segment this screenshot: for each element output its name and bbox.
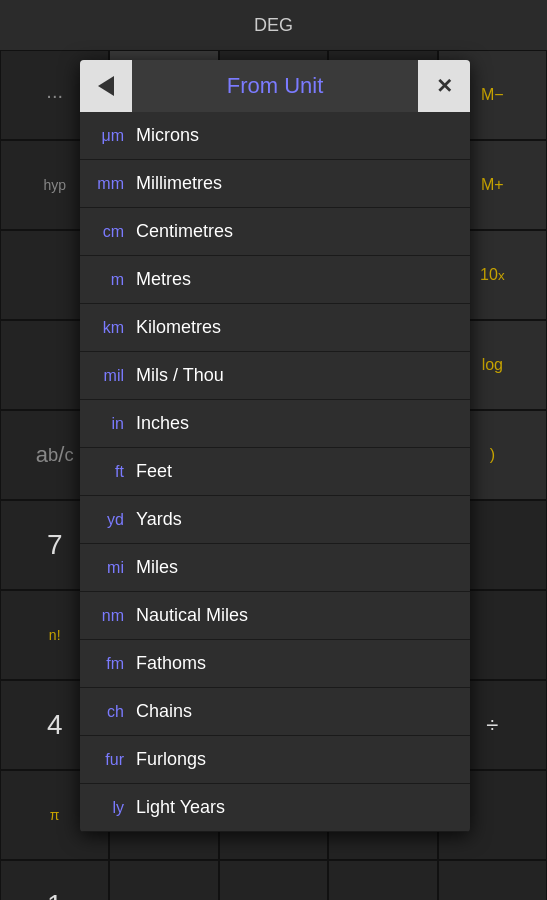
modal-title: From Unit [132,73,418,99]
unit-abbreviation: μm [88,127,136,145]
unit-name: Microns [136,125,199,146]
unit-name: Mils / Thou [136,365,224,386]
unit-name: Yards [136,509,182,530]
unit-list-item[interactable]: milMils / Thou [80,352,470,400]
unit-abbreviation: mi [88,559,136,577]
unit-abbreviation: cm [88,223,136,241]
unit-name: Inches [136,413,189,434]
unit-list-item[interactable]: chChains [80,688,470,736]
unit-abbreviation: fur [88,751,136,769]
bg-cell [219,860,328,900]
deg-bar: DEG [0,0,547,50]
unit-name: Chains [136,701,192,722]
bg-cell: — [438,860,547,900]
unit-abbreviation: mil [88,367,136,385]
unit-name: Metres [136,269,191,290]
unit-list-item[interactable]: ydYards [80,496,470,544]
unit-list: μmMicronsmmMillimetrescmCentimetresmMetr… [80,112,470,832]
unit-list-item[interactable]: kmKilometres [80,304,470,352]
unit-list-item[interactable]: inInches [80,400,470,448]
bg-cell [328,860,437,900]
unit-abbreviation: m [88,271,136,289]
unit-abbreviation: km [88,319,136,337]
bg-cell [109,860,218,900]
unit-abbreviation: ch [88,703,136,721]
unit-list-item[interactable]: cmCentimetres [80,208,470,256]
unit-list-item[interactable]: μmMicrons [80,112,470,160]
unit-name: Furlongs [136,749,206,770]
unit-name: Millimetres [136,173,222,194]
unit-name: Light Years [136,797,225,818]
unit-abbreviation: nm [88,607,136,625]
unit-abbreviation: mm [88,175,136,193]
unit-name: Fathoms [136,653,206,674]
unit-list-item[interactable]: fmFathoms [80,640,470,688]
unit-name: Feet [136,461,172,482]
unit-list-item[interactable]: furFurlongs [80,736,470,784]
unit-list-item[interactable]: lyLight Years [80,784,470,832]
deg-label: DEG [254,15,293,36]
unit-abbreviation: yd [88,511,136,529]
from-unit-modal: From Unit ✕ μmMicronsmmMillimetrescmCent… [80,60,470,832]
unit-name: Centimetres [136,221,233,242]
unit-list-item[interactable]: miMiles [80,544,470,592]
unit-abbreviation: ly [88,799,136,817]
unit-list-item[interactable]: nmNautical Miles [80,592,470,640]
unit-list-item[interactable]: ftFeet [80,448,470,496]
close-button[interactable]: ✕ [418,60,470,112]
back-arrow-icon [98,76,114,96]
unit-name: Nautical Miles [136,605,248,626]
unit-list-item[interactable]: mMetres [80,256,470,304]
unit-abbreviation: ft [88,463,136,481]
unit-abbreviation: fm [88,655,136,673]
modal-header: From Unit ✕ [80,60,470,112]
unit-list-item[interactable]: mmMillimetres [80,160,470,208]
close-icon: ✕ [436,74,453,98]
back-button[interactable] [80,60,132,112]
bg-cell: 1 [0,860,109,900]
unit-name: Kilometres [136,317,221,338]
unit-abbreviation: in [88,415,136,433]
unit-name: Miles [136,557,178,578]
